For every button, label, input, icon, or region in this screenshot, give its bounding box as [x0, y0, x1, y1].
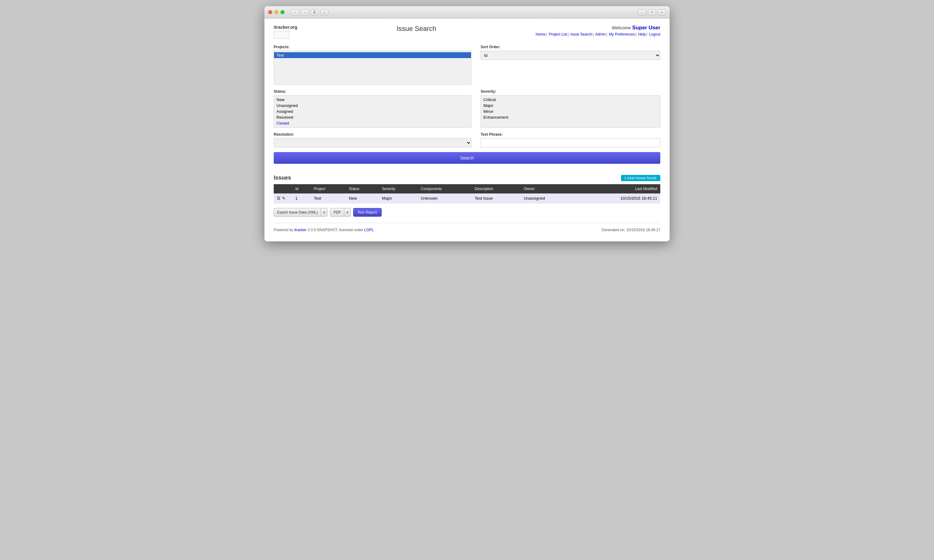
version-text: 3.3.5-SNAPSHOT, licensed under: [307, 228, 364, 232]
status-resolved: Resolved: [274, 114, 471, 120]
nav-buttons: ‹ › ☰ □: [291, 9, 328, 15]
user-name: Super User: [632, 25, 660, 31]
itracker-link[interactable]: itracker: [294, 228, 307, 232]
sort-order-select[interactable]: Id Project Status Severity Last Modified: [481, 51, 660, 60]
projects-listbox[interactable]: Test: [274, 51, 471, 85]
nav-admin[interactable]: Admin: [595, 32, 606, 37]
header-left: itracker.org: [274, 25, 297, 38]
issues-title: Issues: [274, 175, 291, 181]
status-label: Status:: [274, 89, 471, 94]
text-phrase-input[interactable]: [481, 138, 660, 148]
col-icons: [274, 184, 292, 194]
header-center: Issue Search: [297, 25, 536, 33]
export-row: Export Issue Data (XML) ▼ PDF ▼ Run Repo…: [274, 208, 660, 217]
search-button[interactable]: Search: [274, 152, 660, 164]
sort-order-label: Sort Order:: [481, 45, 660, 49]
minimize-button[interactable]: [274, 10, 278, 14]
severity-major: Major: [481, 103, 660, 108]
status-new: New: [274, 97, 471, 103]
export-select-wrap: Export Issue Data (XML) ▼: [274, 208, 328, 217]
row-severity: Major: [379, 194, 418, 203]
col-owner: Owner: [521, 184, 575, 194]
back-button[interactable]: ‹: [291, 9, 299, 15]
download-button[interactable]: ↓: [638, 9, 646, 15]
maximize-button[interactable]: [281, 10, 285, 14]
traffic-lights: [268, 10, 285, 14]
col-severity: Severity: [379, 184, 418, 194]
nav-project-list[interactable]: Project List: [549, 32, 567, 37]
nav-issue-search[interactable]: Issue Search: [570, 32, 592, 37]
toolbar-right: ↓ ⇧ +: [638, 9, 666, 15]
new-tab-button[interactable]: +: [658, 9, 666, 15]
resolution-select[interactable]: [274, 138, 471, 148]
site-logo: [274, 31, 289, 38]
page-title: Issue Search: [297, 25, 536, 33]
export-dropdown-arrow[interactable]: ▼: [321, 208, 328, 217]
status-closed: Closed: [274, 120, 471, 126]
browser-window: ‹ › ☰ □ ↓ ⇧ + itracker.org Issue Search …: [264, 6, 670, 242]
severity-field: Severity: Critical Major Minor Enhanceme…: [481, 89, 660, 128]
status-unassigned: Unassigned: [274, 103, 471, 108]
resolution-field: Resolution:: [274, 132, 471, 148]
export-button[interactable]: Export Issue Data (XML): [274, 208, 321, 217]
nav-home[interactable]: Home: [536, 32, 546, 37]
severity-minor: Minor: [481, 108, 660, 114]
status-field: Status: New Unassigned Assigned Resolved…: [274, 89, 471, 128]
nav-help[interactable]: Help: [638, 32, 646, 37]
footer-left: Powered by itracker 3.3.5-SNAPSHOT, lice…: [274, 228, 374, 232]
forward-button[interactable]: ›: [301, 9, 309, 15]
share-button[interactable]: ⇧: [648, 9, 656, 15]
reader-button[interactable]: ☰: [310, 9, 319, 15]
col-id: Id: [292, 184, 310, 194]
footer-right: Generated on: 10/15/2016 18:46:17: [601, 228, 660, 232]
sort-order-field: Sort Order: Id Project Status Severity L…: [481, 45, 660, 85]
table-row: 1 Test New Major Unknown Test Issue Unas…: [274, 194, 660, 203]
text-phrase-field: Text Phrase:: [481, 132, 660, 148]
form-row-3: Resolution: Text Phrase:: [274, 132, 660, 148]
row-components: Unknown: [418, 194, 472, 203]
col-status: Status: [346, 184, 379, 194]
nav-my-preferences[interactable]: My Preferences: [609, 32, 635, 37]
page-footer: Powered by itracker 3.3.5-SNAPSHOT, lice…: [274, 223, 660, 232]
pdf-select-wrap: PDF ▼: [330, 208, 351, 217]
run-report-button[interactable]: Run Report: [353, 208, 381, 217]
tab-button[interactable]: □: [321, 9, 328, 15]
row-icons: [277, 196, 289, 201]
generated-on: Generated on: 10/15/2016 18:46:17: [601, 228, 660, 232]
lgpl-link[interactable]: LGPL: [364, 228, 374, 232]
nav-links: Home| Project List| Issue Search| Admin|…: [536, 32, 660, 37]
row-description: Test Issue: [472, 194, 521, 203]
row-id: 1: [292, 194, 310, 203]
form-row-2: Status: New Unassigned Assigned Resolved…: [274, 89, 660, 128]
powered-by-text: Powered by: [274, 228, 294, 232]
form-row-1: Projects: Test Sort Order: Id Project St…: [274, 45, 660, 85]
projects-option-test: Test: [274, 52, 471, 58]
text-phrase-label: Text Phrase:: [481, 132, 660, 137]
severity-label: Severity:: [481, 89, 660, 94]
severity-enhancement: Enhancement: [481, 114, 660, 120]
severity-critical: Critical: [481, 97, 660, 103]
page-content: itracker.org Issue Search Welcome Super …: [264, 18, 670, 242]
col-last-modified: Last Modified: [575, 184, 660, 194]
status-listbox[interactable]: New Unassigned Assigned Resolved Closed: [274, 95, 471, 128]
list-icon[interactable]: [277, 196, 281, 201]
severity-listbox[interactable]: Critical Major Minor Enhancement: [481, 95, 660, 128]
pdf-button[interactable]: PDF: [330, 208, 344, 217]
nav-logout[interactable]: Logout: [649, 32, 660, 37]
pdf-dropdown-arrow[interactable]: ▼: [344, 208, 351, 217]
row-owner: Unassigned: [521, 194, 575, 203]
issues-section: Issues 1 total issues found. Id Project …: [274, 175, 660, 217]
welcome-label: Welcome: [612, 25, 631, 30]
col-project: Project: [310, 184, 346, 194]
projects-field: Projects: Test: [274, 45, 471, 85]
search-form: Projects: Test Sort Order: Id Project St…: [274, 45, 660, 170]
row-icons-cell: [274, 194, 292, 203]
close-button[interactable]: [268, 10, 272, 14]
issues-header: Issues 1 total issues found.: [274, 175, 660, 181]
header-right: Welcome Super User Home| Project List| I…: [536, 25, 660, 37]
col-description: Description: [472, 184, 521, 194]
col-components: Components: [418, 184, 472, 194]
issues-table: Id Project Status Severity Components De…: [274, 184, 660, 203]
row-status: New: [346, 194, 379, 203]
edit-icon[interactable]: [282, 196, 285, 201]
